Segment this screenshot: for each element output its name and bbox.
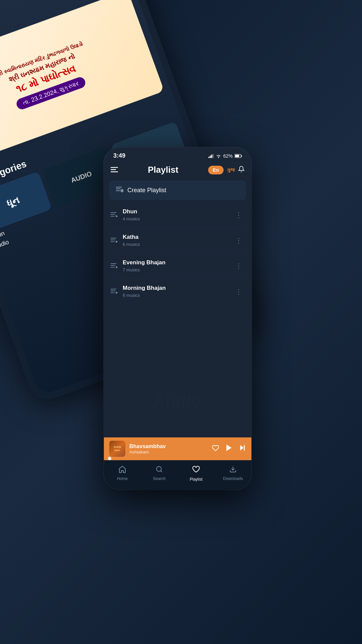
playlist-more-button[interactable]: ⋮ (233, 210, 245, 220)
nav-label-downloads: Downloads (223, 476, 243, 481)
svg-marker-34 (226, 444, 231, 451)
playlist-item-left: Dhun 4 musics (111, 208, 140, 221)
svg-rect-36 (244, 445, 245, 451)
now-playing-subtitle: Ashtakarn (129, 449, 208, 454)
playlist-item-left: Evening Bhajan 7 musics (111, 259, 166, 272)
play-svg (225, 443, 233, 452)
downloads-icon (229, 466, 237, 475)
lang-guj-button[interactable]: ગુજ (227, 167, 235, 173)
nav-item-downloads[interactable]: Downloads (215, 466, 251, 481)
home-svg (118, 466, 126, 473)
nav-item-search[interactable]: Search (141, 466, 178, 481)
search-svg (156, 466, 163, 473)
svg-rect-5 (241, 155, 242, 157)
svg-rect-3 (213, 154, 214, 158)
foreground-phone: 3:49 62% (104, 148, 251, 490)
playlist-name: Dhun (123, 208, 140, 215)
playlist-list: Dhun 4 musics ⋮ (109, 202, 246, 304)
playlist-item-icon (111, 237, 118, 244)
playlist-item-left: Katha 6 musics (111, 234, 140, 247)
status-time: 3:49 (113, 152, 125, 159)
playlist-info: Dhun 4 musics (123, 208, 140, 221)
search-icon (156, 466, 163, 475)
play-button[interactable] (225, 443, 233, 454)
playlist-count: 7 musics (123, 267, 166, 272)
headphones-watermark (147, 345, 208, 392)
svg-marker-23 (116, 240, 118, 243)
top-right-buttons: En ગુજ (208, 166, 245, 174)
now-playing-thumbnail: Ashtakarn (109, 441, 125, 457)
svg-rect-9 (111, 171, 118, 172)
battery-icon (235, 154, 242, 158)
nav-item-home[interactable]: Home (104, 466, 141, 481)
playlist-name: Morning Bhajan (123, 285, 166, 291)
playlist-item[interactable]: Katha 6 musics ⋮ (109, 228, 246, 253)
playlist-item[interactable]: Morning Bhajan 6 musics ⋮ (109, 279, 246, 304)
svg-point-37 (157, 467, 162, 472)
nav-item-playlist[interactable]: Playlist (178, 465, 215, 482)
next-button[interactable] (239, 444, 246, 453)
watermark: Audio (104, 345, 251, 411)
status-icons: 62% (208, 153, 242, 159)
playlist-more-button[interactable]: ⋮ (233, 286, 245, 297)
phone-frame: 3:49 62% (104, 148, 251, 490)
playlist-item[interactable]: Dhun 4 musics ⋮ (109, 202, 246, 228)
svg-rect-7 (111, 167, 118, 168)
now-playing-bar[interactable]: Ashtakarn Bhavsambhav Ashtakarn (104, 437, 251, 460)
playlist-nav-icon (192, 465, 200, 476)
bell-svg (238, 166, 245, 172)
playlist-name: Evening Bhajan (123, 259, 166, 266)
now-playing-controls (212, 443, 246, 454)
svg-line-38 (161, 471, 162, 472)
playlist-info: Morning Bhajan 6 musics (123, 285, 166, 298)
like-button[interactable] (212, 444, 219, 453)
svg-rect-6 (235, 155, 239, 157)
heart-svg (212, 444, 219, 451)
lang-en-button[interactable]: En (208, 166, 224, 174)
svg-rect-33 (196, 377, 203, 387)
create-playlist-button[interactable]: Create Playlist (109, 180, 246, 200)
playlist-more-button[interactable]: ⋮ (233, 235, 245, 246)
playlist-count: 6 musics (123, 242, 140, 247)
content-area: Create Playlist (104, 180, 251, 437)
svg-rect-2 (211, 155, 212, 158)
bell-icon[interactable] (238, 166, 245, 174)
status-bar: 3:49 62% (104, 148, 251, 162)
playlist-name: Katha (123, 234, 140, 240)
playlist-info: Katha 6 musics (123, 234, 140, 247)
thumb-inner: Ashtakarn (109, 441, 125, 457)
svg-marker-27 (116, 266, 118, 268)
home-icon (118, 466, 126, 475)
playlist-item-icon (111, 288, 118, 294)
top-bar: Playlist En ગુજ (104, 162, 251, 180)
svg-marker-19 (116, 215, 118, 217)
playlist-count: 4 musics (123, 216, 140, 221)
heart-nav-svg (192, 465, 200, 474)
svg-rect-32 (153, 377, 159, 387)
downloads-svg (229, 466, 237, 473)
playlist-add-svg (116, 186, 123, 193)
battery-text: 62% (223, 153, 233, 159)
wifi-icon (216, 154, 221, 158)
playlist-info: Evening Bhajan 7 musics (123, 259, 166, 272)
nav-label-home: Home (117, 476, 128, 481)
next-svg (239, 444, 246, 451)
create-playlist-icon (116, 186, 123, 194)
playlist-count: 6 musics (123, 293, 166, 298)
progress-dot (108, 457, 111, 460)
page-title: Playlist (148, 165, 178, 175)
playlist-item-icon (111, 263, 118, 269)
playlist-svg (111, 237, 118, 244)
menu-icon[interactable] (111, 166, 118, 174)
playlist-svg (111, 212, 118, 218)
playlist-more-button[interactable]: ⋮ (233, 261, 245, 271)
svg-marker-35 (240, 445, 244, 451)
playlist-item-left: Morning Bhajan 6 musics (111, 285, 166, 298)
now-playing-info: Bhavsambhav Ashtakarn (129, 443, 208, 454)
svg-rect-8 (111, 169, 116, 170)
nav-label-playlist: Playlist (190, 477, 202, 482)
svg-marker-31 (116, 291, 118, 294)
hamburger-svg (111, 167, 118, 172)
playlist-item[interactable]: Evening Bhajan 7 musics ⋮ (109, 253, 246, 279)
signal-icon (208, 154, 214, 158)
